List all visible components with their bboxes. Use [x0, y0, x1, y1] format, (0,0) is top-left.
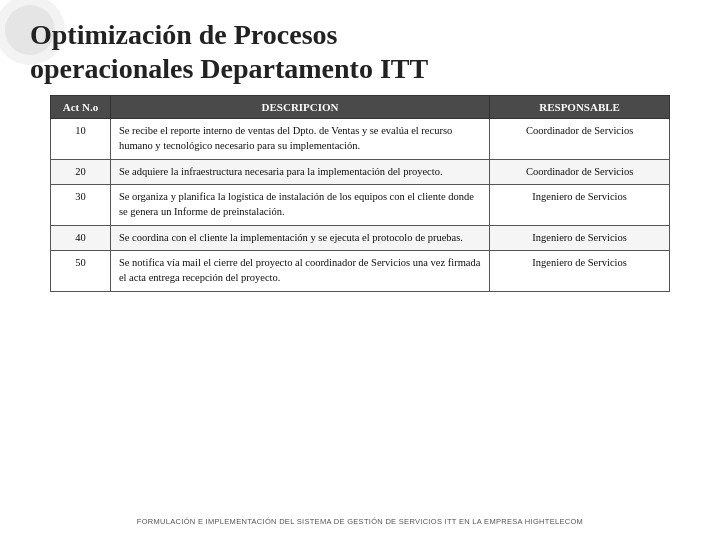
cell-act-no: 30 — [51, 185, 111, 225]
process-table: Act N.o DESCRIPCION RESPONSABLE 10Se rec… — [50, 95, 670, 292]
content-area: Act N.o DESCRIPCION RESPONSABLE 10Se rec… — [0, 95, 720, 292]
cell-descripcion: Se notifica vía mail el cierre del proye… — [110, 251, 489, 291]
table-row: 50Se notifica vía mail el cierre del pro… — [51, 251, 670, 291]
title-line1: Optimización de Procesos — [30, 19, 337, 50]
cell-descripcion: Se coordina con el cliente la implementa… — [110, 225, 489, 251]
cell-descripcion: Se adquiere la infraestructura necesaria… — [110, 159, 489, 185]
title-line2: operacionales Departamento ITT — [30, 53, 428, 84]
cell-act-no: 40 — [51, 225, 111, 251]
cell-responsable: Coordinador de Servicios — [490, 119, 670, 159]
cell-act-no: 10 — [51, 119, 111, 159]
cell-descripcion: Se organiza y planifica la logística de … — [110, 185, 489, 225]
cell-responsable: Ingeniero de Servicios — [490, 185, 670, 225]
cell-responsable: Ingeniero de Servicios — [490, 251, 670, 291]
cell-act-no: 20 — [51, 159, 111, 185]
table-header-row: Act N.o DESCRIPCION RESPONSABLE — [51, 96, 670, 119]
table-row: 30Se organiza y planifica la logística d… — [51, 185, 670, 225]
table-row: 20Se adquiere la infraestructura necesar… — [51, 159, 670, 185]
cell-responsable: Ingeniero de Servicios — [490, 225, 670, 251]
col-act-no: Act N.o — [51, 96, 111, 119]
cell-act-no: 50 — [51, 251, 111, 291]
cell-descripcion: Se recibe el reporte interno de ventas d… — [110, 119, 489, 159]
table-row: 40Se coordina con el cliente la implemen… — [51, 225, 670, 251]
cell-responsable: Coordinador de Servicios — [490, 159, 670, 185]
footer-text: FORMULACIÓN E IMPLEMENTACIÓN DEL SISTEMA… — [0, 517, 720, 526]
table-row: 10Se recibe el reporte interno de ventas… — [51, 119, 670, 159]
page-title: Optimización de Procesos operacionales D… — [0, 0, 720, 95]
col-responsable: RESPONSABLE — [490, 96, 670, 119]
col-descripcion: DESCRIPCION — [110, 96, 489, 119]
